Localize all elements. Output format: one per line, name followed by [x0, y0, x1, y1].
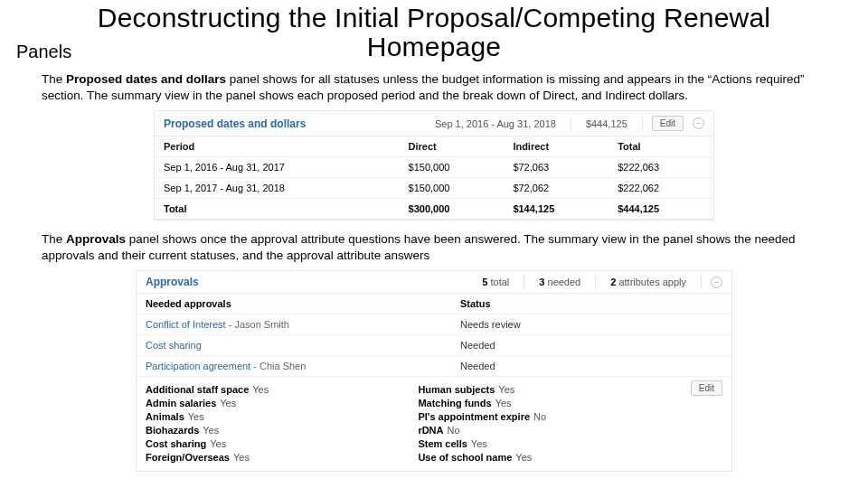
slide-subheading: Panels	[16, 42, 71, 62]
attribute-line: rDNANo	[418, 423, 672, 436]
attribute-line: Human subjectsYes	[418, 382, 672, 396]
col-period: Period	[155, 136, 400, 157]
attribute-line: Foreign/OverseasYes	[146, 450, 400, 464]
header-total: $444,125	[580, 118, 633, 129]
col-direct: Direct	[400, 136, 505, 157]
attribute-line: Stem cellsYes	[418, 436, 672, 450]
approval-status: Needed	[460, 361, 722, 371]
approval-row: Participation agreement - Chia Shen Need…	[137, 356, 731, 377]
table-row-total: Total $300,000 $144,125 $444,125	[155, 199, 713, 220]
col-status: Status	[460, 298, 722, 309]
header-needed-count: 3 needed	[533, 277, 586, 287]
approvals-panel: Approvals 5 total 3 needed 2 attributes …	[136, 270, 732, 472]
approval-link[interactable]: Cost sharing	[146, 340, 202, 351]
edit-button[interactable]: Edit	[652, 116, 684, 131]
paragraph-approvals: The Approvals panel shows once the appro…	[42, 231, 826, 263]
dates-dollars-title: Proposed dates and dollars	[164, 117, 306, 130]
paragraph-dates-dollars: The Proposed dates and dollars panel sho…	[42, 71, 826, 103]
approval-row: Cost sharing Needed	[137, 335, 731, 356]
dates-dollars-panel: Proposed dates and dollars Sep 1, 2016 -…	[154, 110, 714, 221]
col-indirect: Indirect	[504, 136, 609, 157]
col-needed-approvals: Needed approvals	[146, 298, 460, 309]
approvals-title: Approvals	[146, 276, 199, 288]
slide-title-line1: Deconstructing the Initial Proposal/Comp…	[16, 4, 852, 33]
approval-link[interactable]: Participation agreement	[146, 361, 250, 371]
header-attributes-count: 2 attributes apply	[605, 277, 692, 287]
approval-status: Needs review	[460, 319, 722, 330]
header-total-count: 5 total	[476, 277, 514, 287]
collapse-icon[interactable]: −	[711, 277, 722, 288]
attribute-line: Cost sharingYes	[146, 436, 400, 450]
approval-row: Conflict of Interest - Jason Smith Needs…	[137, 314, 731, 335]
edit-button[interactable]: Edit	[691, 380, 722, 396]
table-row: Sep 1, 2016 - Aug 31, 2017 $150,000 $72,…	[155, 157, 713, 178]
slide-title-line2: Homepage	[16, 33, 852, 61]
dates-dollars-table: Period Direct Indirect Total Sep 1, 2016…	[155, 136, 713, 220]
attribute-line: Admin salariesYes	[146, 396, 400, 409]
table-row: Sep 1, 2017 - Aug 31, 2018 $150,000 $72,…	[155, 178, 713, 199]
attribute-line: Matching fundsYes	[418, 396, 672, 409]
approval-link[interactable]: Conflict of Interest	[146, 319, 226, 330]
attribute-line: PI's appointment expireNo	[418, 409, 672, 423]
attribute-line: AnimalsYes	[146, 409, 400, 423]
header-date-range: Sep 1, 2016 - Aug 31, 2018	[429, 118, 561, 129]
collapse-icon[interactable]: −	[693, 117, 704, 129]
approval-status: Needed	[460, 340, 722, 351]
attribute-line: Additional staff spaceYes	[146, 382, 400, 396]
attribute-line: Use of school nameYes	[418, 450, 672, 464]
attributes-block: Additional staff spaceYesAdmin salariesY…	[137, 377, 731, 471]
col-total: Total	[609, 136, 713, 157]
attribute-line: BiohazardsYes	[146, 423, 400, 436]
